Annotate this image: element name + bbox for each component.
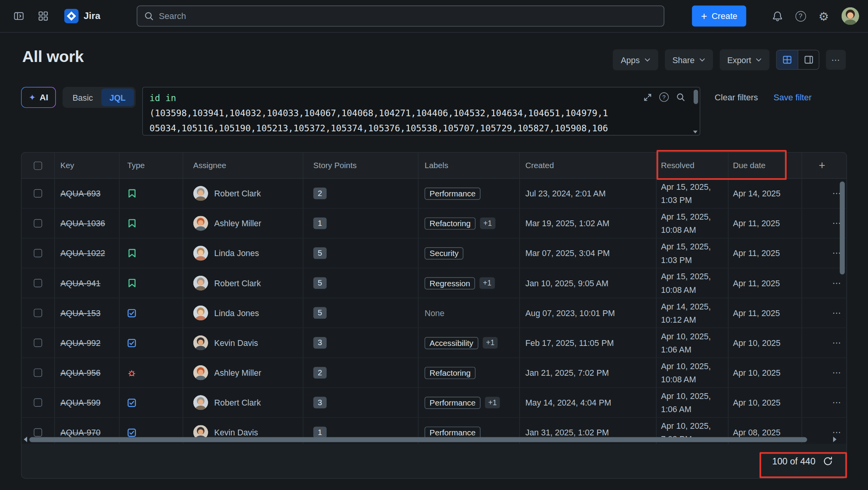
select-all-checkbox[interactable] [34, 161, 42, 169]
jql-search-icon[interactable] [676, 93, 685, 102]
issue-key[interactable]: AQUA-599 [60, 398, 101, 407]
scrollbar-thumb[interactable] [694, 89, 698, 104]
tab-basic[interactable]: Basic [64, 89, 101, 107]
table-row[interactable]: AQUA-941Robert Clark5Regression+1Jan 10,… [22, 268, 847, 298]
share-dropdown-button[interactable]: Share [665, 49, 713, 70]
notifications-button[interactable] [767, 6, 787, 26]
issue-key[interactable]: AQUA-153 [60, 308, 101, 318]
scroll-right-arrow-icon[interactable] [833, 437, 837, 442]
row-checkbox[interactable] [34, 399, 42, 407]
assignee-name: Kevin Davis [214, 338, 258, 347]
resolved-date-line: Apr 15, 2025, [661, 270, 711, 283]
scrollbar-thumb[interactable] [29, 437, 807, 442]
issue-key[interactable]: AQUA-941 [60, 279, 101, 288]
labels-overflow-badge: +1 [480, 277, 495, 289]
created-date: Aug 07, 2023, 10:01 PM [525, 308, 615, 318]
vertical-scrollbar[interactable] [840, 181, 845, 434]
row-checkbox[interactable] [34, 428, 42, 437]
scroll-down-arrow-icon[interactable] [693, 131, 698, 133]
jql-vertical-scrollbar[interactable] [694, 89, 698, 126]
tab-jql[interactable]: JQL [101, 89, 134, 107]
column-header-story-points[interactable]: Story Points [303, 153, 418, 178]
help-button[interactable]: ? [790, 6, 810, 26]
row-checkbox[interactable] [34, 219, 42, 227]
table-row[interactable]: AQUA-693Robert Clark2PerformanceJul 23, … [22, 179, 847, 208]
table-row[interactable]: AQUA-1036Ashley Miller1Refactoring+1Mar … [22, 209, 847, 239]
row-checkbox[interactable] [34, 279, 42, 287]
horizontal-scrollbar[interactable] [24, 436, 836, 443]
row-checkbox[interactable] [34, 309, 42, 317]
column-header-created[interactable]: Created [520, 153, 656, 178]
assignee-avatar [193, 306, 208, 321]
resolved-date-line: Apr 10, 2025, [661, 420, 711, 432]
issue-key[interactable]: AQUA-1036 [60, 218, 105, 228]
page-more-actions-button[interactable]: ⋯ [826, 50, 846, 70]
detail-view-button[interactable] [798, 50, 819, 69]
story-points-badge: 2 [313, 187, 327, 199]
table-row[interactable]: AQUA-599Robert Clark3Performance+1May 14… [22, 388, 847, 418]
app-switcher-button[interactable] [33, 6, 53, 26]
refresh-icon[interactable] [823, 456, 833, 466]
column-label: Story Points [313, 161, 357, 170]
chevron-down-icon [756, 58, 762, 62]
filter-row: ✦ AI Basic JQL id in (103598,103941,1040… [21, 87, 811, 136]
scrollbar-thumb[interactable] [840, 182, 845, 275]
clear-filters-link[interactable]: Clear filters [715, 93, 758, 103]
row-checkbox[interactable] [34, 368, 42, 377]
sidebar-toggle-button[interactable] [9, 6, 29, 26]
issue-key[interactable]: AQUA-992 [60, 338, 101, 347]
resolved-date-line: 1:03 PM [661, 253, 692, 266]
column-header-resolved[interactable]: Resolved [656, 153, 728, 178]
table-row[interactable]: AQUA-956Ashley Miller2RefactoringJan 21,… [22, 358, 847, 388]
table-view-button[interactable] [777, 50, 797, 69]
settings-button[interactable]: ⚙ [814, 6, 834, 26]
issue-key[interactable]: AQUA-693 [60, 189, 101, 198]
issue-key[interactable]: AQUA-956 [60, 368, 101, 377]
story-points-cell: 2 [303, 358, 418, 387]
type-cell [120, 209, 183, 238]
column-header-due-date[interactable]: Due date [728, 153, 802, 178]
column-header-assignee[interactable]: Assignee [183, 153, 303, 178]
label-chip: Security [425, 247, 464, 259]
jql-help-icon[interactable]: ? [659, 93, 668, 102]
export-dropdown-button[interactable]: Export [720, 49, 770, 70]
column-header-type[interactable]: Type [120, 153, 183, 178]
apps-dropdown-button[interactable]: Apps [613, 49, 658, 70]
horizontal-scroll-track[interactable] [29, 437, 831, 442]
type-cell [120, 328, 183, 358]
resolved-cell: Apr 15, 2025,1:03 PM [656, 239, 728, 268]
row-select-cell [22, 388, 55, 417]
expand-icon[interactable] [643, 93, 652, 101]
save-filter-link[interactable]: Save filter [773, 93, 811, 103]
app-name: Jira [84, 10, 100, 22]
add-column-button[interactable]: + [819, 159, 825, 172]
story-points-cell: 2 [303, 179, 418, 208]
row-checkbox[interactable] [34, 339, 42, 347]
table-row[interactable]: AQUA-992Kevin Davis3Accessibility+1Feb 1… [22, 328, 847, 358]
assignee-cell: Ashley Miller [183, 358, 303, 387]
jira-home-link[interactable]: Jira [64, 9, 100, 23]
row-checkbox[interactable] [34, 189, 42, 198]
jql-editor[interactable]: id in (103598,103941,104032,104033,10406… [142, 87, 700, 136]
plus-icon: + [701, 11, 707, 21]
user-avatar[interactable] [841, 7, 859, 25]
row-select-cell [22, 298, 55, 328]
due-date: Apr 10, 2025 [733, 398, 780, 407]
column-header-key[interactable]: Key [55, 153, 119, 178]
resolved-date-line: 10:08 AM [661, 223, 696, 236]
table-row[interactable]: AQUA-153Linda Jones5NoneAug 07, 2023, 10… [22, 298, 847, 328]
scroll-left-arrow-icon[interactable] [24, 437, 27, 442]
global-search[interactable] [137, 5, 664, 26]
row-checkbox[interactable] [34, 249, 42, 257]
sidebar-toggle-icon [13, 10, 24, 22]
issue-key[interactable]: AQUA-1022 [60, 248, 105, 258]
issue-type-story-icon [127, 218, 137, 228]
column-header-labels[interactable]: Labels [418, 153, 520, 178]
create-button-label: Create [711, 11, 737, 21]
table-row[interactable]: AQUA-1022Linda Jones5SecurityMar 07, 202… [22, 239, 847, 268]
search-input[interactable] [159, 11, 657, 21]
create-button[interactable]: + Create [692, 5, 746, 26]
ai-filter-button[interactable]: ✦ AI [21, 87, 56, 108]
created-cell: Jul 23, 2024, 2:01 AM [520, 179, 656, 208]
resolved-date-line: Apr 15, 2025, [661, 181, 711, 193]
